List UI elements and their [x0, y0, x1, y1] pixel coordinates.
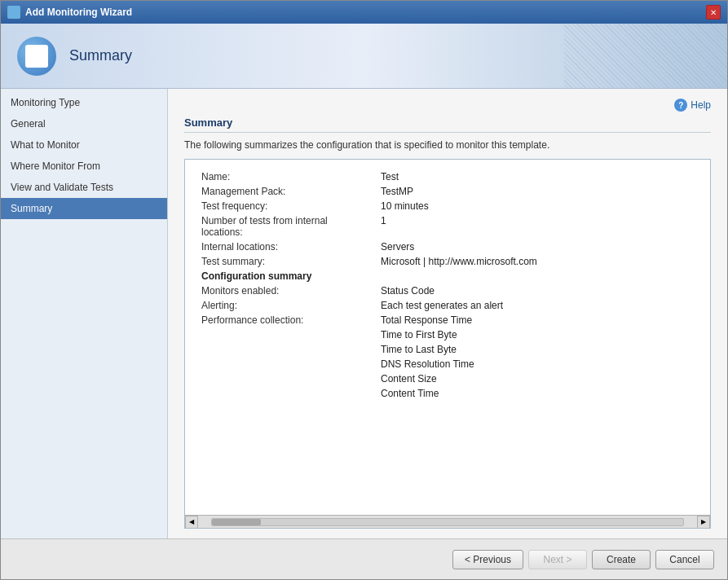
title-bar-left: Add Monitoring Wizard	[7, 6, 132, 19]
table-row: Number of tests from internal locations:…	[198, 213, 697, 239]
table-section-header: Configuration summary	[198, 269, 697, 283]
previous-button[interactable]: < Previous	[452, 550, 523, 569]
create-button[interactable]: Create	[592, 550, 651, 569]
table-row: Content Time	[198, 386, 697, 401]
table-row: Management Pack:TestMP	[198, 184, 697, 199]
table-value-cell: Total Response Time	[377, 313, 697, 327]
cancel-button[interactable]: Cancel	[655, 550, 714, 569]
header-icon-inner	[25, 45, 48, 68]
summary-table: Name:TestManagement Pack:TestMPTest freq…	[198, 169, 697, 401]
table-row: Performance collection:Total Response Ti…	[198, 313, 697, 327]
table-row: DNS Resolution Time	[198, 357, 697, 371]
table-label-cell: Management Pack:	[198, 184, 377, 199]
help-label: Help	[690, 99, 711, 111]
help-icon: ?	[674, 99, 687, 112]
header-title: Summary	[69, 47, 132, 64]
sidebar-item-view-validate[interactable]: View and Validate Tests	[1, 177, 167, 198]
table-row: Internal locations:Servers	[198, 239, 697, 254]
window-title: Add Monitoring Wizard	[25, 7, 132, 18]
table-value-cell: Microsoft | http://www.microsoft.com	[377, 254, 697, 269]
table-label-cell	[198, 371, 377, 386]
sidebar-item-where-monitor-from[interactable]: Where Monitor From	[1, 156, 167, 177]
table-label-cell: Name:	[198, 169, 377, 184]
table-label-cell: Performance collection:	[198, 313, 377, 327]
table-value-cell: 1	[377, 213, 697, 239]
table-row: Name:Test	[198, 169, 697, 184]
table-value-cell: Status Code	[377, 283, 697, 298]
window-icon	[7, 6, 20, 19]
content-area: Monitoring Type General What to Monitor …	[1, 89, 727, 538]
scroll-left-button[interactable]: ◀	[185, 516, 198, 529]
section-title: Summary	[184, 116, 711, 133]
table-row: Time to First Byte	[198, 327, 697, 342]
scrollbar-track[interactable]	[211, 518, 684, 526]
sidebar-item-what-to-monitor[interactable]: What to Monitor	[1, 134, 167, 156]
table-label-cell: Number of tests from internal locations:	[198, 213, 377, 239]
table-label-cell: Test summary:	[198, 254, 377, 269]
table-label-cell: Monitors enabled:	[198, 283, 377, 298]
close-button[interactable]: ✕	[706, 5, 721, 20]
table-row: Monitors enabled:Status Code	[198, 283, 697, 298]
scrollbar-thumb[interactable]	[212, 519, 261, 525]
table-value-cell: TestMP	[377, 184, 697, 199]
table-value-cell: Servers	[377, 239, 697, 254]
table-label-cell: Test frequency:	[198, 199, 377, 213]
sidebar: Monitoring Type General What to Monitor …	[1, 89, 168, 538]
sidebar-item-monitoring-type[interactable]: Monitoring Type	[1, 92, 167, 113]
sidebar-item-summary[interactable]: Summary	[1, 198, 167, 219]
table-label-cell: Internal locations:	[198, 239, 377, 254]
header-pattern	[564, 24, 727, 89]
table-row: Content Size	[198, 371, 697, 386]
table-label-cell	[198, 327, 377, 342]
summary-scroll[interactable]: Name:TestManagement Pack:TestMPTest freq…	[185, 160, 710, 515]
table-row: Test summary:Microsoft | http://www.micr…	[198, 254, 697, 269]
table-row: Time to Last Byte	[198, 342, 697, 357]
table-label-cell: Alerting:	[198, 298, 377, 313]
sidebar-item-general[interactable]: General	[1, 113, 167, 134]
title-bar: Add Monitoring Wizard ✕	[1, 1, 727, 24]
help-row: ? Help	[184, 99, 711, 112]
summary-box: Name:TestManagement Pack:TestMPTest freq…	[184, 159, 711, 529]
table-value-cell: 10 minutes	[377, 199, 697, 213]
next-button[interactable]: Next >	[528, 550, 587, 569]
table-value-cell: Content Size	[377, 371, 697, 386]
main-content: ? Help Summary The following summarizes …	[168, 89, 727, 538]
table-value-cell: Time to Last Byte	[377, 342, 697, 357]
table-row: Configuration summary	[198, 269, 697, 283]
table-value-cell: Time to First Byte	[377, 327, 697, 342]
scrollbar-area: ◀ ▶	[185, 515, 710, 528]
table-label-cell	[198, 342, 377, 357]
table-label-cell	[198, 357, 377, 371]
description: The following summarizes the configurati…	[184, 139, 711, 151]
table-label-cell	[198, 386, 377, 401]
wizard-window: Add Monitoring Wizard ✕ Summary Monitori…	[0, 0, 728, 580]
footer: < Previous Next > Create Cancel	[1, 538, 727, 579]
table-value-cell: DNS Resolution Time	[377, 357, 697, 371]
main-inner: ? Help Summary The following summarizes …	[168, 89, 727, 538]
header-icon	[17, 37, 56, 76]
header-band: Summary	[1, 24, 727, 89]
table-value-cell: Content Time	[377, 386, 697, 401]
table-row: Test frequency:10 minutes	[198, 199, 697, 213]
table-value-cell: Each test generates an alert	[377, 298, 697, 313]
table-value-cell: Test	[377, 169, 697, 184]
table-row: Alerting:Each test generates an alert	[198, 298, 697, 313]
help-link[interactable]: ? Help	[674, 99, 711, 112]
scroll-right-button[interactable]: ▶	[697, 516, 710, 529]
